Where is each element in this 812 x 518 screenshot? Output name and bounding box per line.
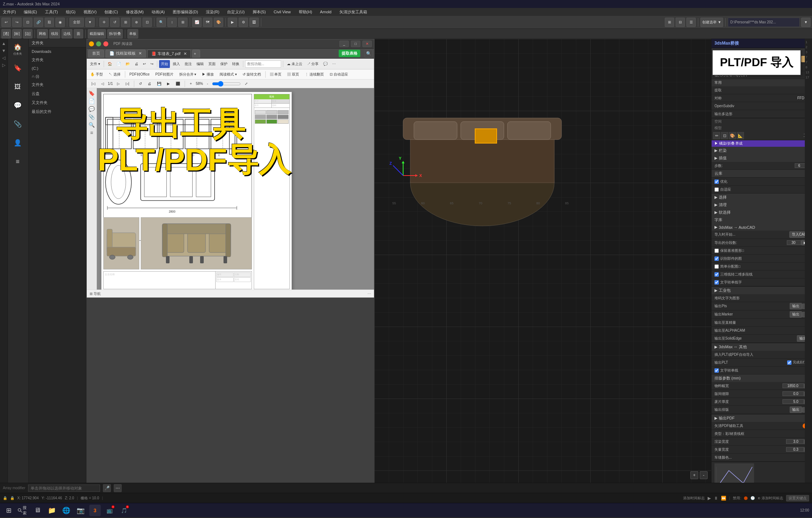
mirror-btn[interactable]: ↕ bbox=[167, 18, 177, 27]
redo-btn[interactable]: ↪ bbox=[12, 18, 22, 27]
play-btn2[interactable]: ▶ bbox=[165, 80, 172, 88]
browser-btn[interactable]: 🌐 bbox=[60, 505, 72, 516]
tab-pdf[interactable]: 📕 车缝表_7.pdf ✕ bbox=[147, 50, 191, 58]
zoom-out-btn[interactable]: - bbox=[205, 80, 210, 88]
text-single-checkbox[interactable] bbox=[714, 368, 719, 373]
sidebar-home[interactable]: 🏠 任务夹 bbox=[9, 40, 27, 58]
rotate-left-btn[interactable]: ↺ bbox=[137, 80, 144, 88]
menu-item[interactable]: 创建(C) bbox=[103, 9, 119, 15]
browse-path-btn[interactable]: ▼ bbox=[801, 18, 811, 27]
to-img-btn[interactable]: PDF转图片 bbox=[153, 71, 176, 78]
max-icon[interactable]: 3 bbox=[89, 505, 101, 516]
view-mode-trans[interactable]: [透] bbox=[1, 29, 11, 38]
sidebar-image[interactable]: 🖼 bbox=[9, 78, 27, 96]
pdf-panel-search[interactable]: 🔍 bbox=[89, 122, 95, 128]
snap-edge-btn[interactable]: 面 bbox=[74, 29, 83, 38]
file-item-c[interactable]: (C:) bbox=[29, 64, 86, 72]
file-item-i[interactable]: ∩ (i) bbox=[29, 72, 86, 80]
cloud-title[interactable]: 云库 bbox=[712, 170, 812, 177]
clear-title[interactable]: ▶ 清理 bbox=[712, 201, 812, 209]
share-btn[interactable]: ↗ 分享 bbox=[305, 60, 321, 68]
ss-arrow-l[interactable]: ◁ bbox=[1, 55, 7, 61]
transform-btn[interactable]: ⊕ bbox=[132, 18, 141, 27]
menu-item[interactable]: 帮助(H) bbox=[297, 9, 313, 15]
zoom-in-btn[interactable]: + bbox=[188, 80, 194, 88]
magnify-icon[interactable]: 🔍 bbox=[365, 50, 373, 58]
other-title[interactable]: ▶ 3dsMax ↔ 其他 bbox=[712, 343, 812, 351]
scale-btn[interactable]: ⊞ bbox=[121, 18, 130, 27]
vector-width-input[interactable] bbox=[786, 447, 804, 452]
font-lib-title[interactable]: 字库 bbox=[712, 216, 812, 224]
edit-tab[interactable]: 编辑 bbox=[195, 60, 206, 68]
maximize-btn[interactable] bbox=[96, 41, 101, 46]
cmd-input[interactable] bbox=[28, 485, 100, 492]
view-mode-edge[interactable]: [边] bbox=[23, 29, 32, 38]
pdf-panel-attach[interactable]: 📎 bbox=[89, 114, 95, 120]
link-btn[interactable]: 🔗 bbox=[34, 18, 43, 27]
double-page-btn[interactable]: ▥ 双页 bbox=[285, 71, 301, 78]
render-btn[interactable]: ▶ bbox=[228, 18, 237, 27]
nav-prev-first[interactable]: |◁ bbox=[90, 80, 97, 88]
material-btn[interactable]: 🎨 bbox=[214, 18, 223, 27]
nav-next-last[interactable]: ▷| bbox=[124, 80, 131, 88]
strech-title[interactable]: ▶ 栏染 bbox=[712, 147, 812, 154]
comment-tab[interactable]: 批注 bbox=[183, 60, 194, 68]
unlink-btn[interactable]: ⛓ bbox=[45, 18, 54, 27]
nav-prev[interactable]: ◁ bbox=[99, 80, 106, 88]
menu-item[interactable]: 组(G) bbox=[64, 9, 77, 15]
insert-title[interactable]: ▶ 插值 bbox=[712, 154, 812, 162]
menu-item[interactable]: 编辑(E) bbox=[22, 9, 39, 15]
play-status-btn[interactable]: ▶ bbox=[708, 496, 711, 501]
insert-tab[interactable]: 插入 bbox=[171, 60, 182, 68]
file-item-cloud[interactable]: 云盘 bbox=[29, 89, 86, 98]
open-btn[interactable]: 📂 bbox=[124, 60, 132, 68]
output-pts-btn[interactable]: 输出 bbox=[790, 303, 802, 309]
version-gap-input[interactable] bbox=[782, 391, 804, 396]
menu-item[interactable]: 文件(F) bbox=[1, 9, 17, 15]
pdf-panel-bookmark[interactable]: 🔖 bbox=[89, 90, 95, 96]
print-btn2[interactable]: 🖨 bbox=[146, 80, 153, 88]
keep-base-checkbox[interactable] bbox=[714, 249, 719, 253]
grid-toggle-btn[interactable]: 网格 bbox=[37, 29, 48, 38]
menu-item[interactable]: 渲染(R) bbox=[204, 9, 221, 15]
rp-icon3[interactable]: 🎨 bbox=[729, 132, 736, 139]
menu-item[interactable]: Civil View bbox=[272, 9, 292, 15]
material-width-input[interactable] bbox=[782, 383, 804, 388]
zoom-slider[interactable] bbox=[212, 81, 241, 87]
adaptive-checkbox[interactable] bbox=[714, 187, 719, 192]
select-title[interactable]: ▶ 选择 bbox=[712, 194, 812, 201]
nav-next[interactable]: ▷ bbox=[115, 80, 122, 88]
file-item-folder3[interactable]: 又文件夹 bbox=[29, 98, 86, 107]
zoom-in-vp-btn[interactable]: + bbox=[690, 471, 698, 479]
set-key-btn[interactable]: 设置关键点 bbox=[786, 495, 809, 501]
segments-input[interactable] bbox=[787, 240, 801, 245]
edit-mode-btn[interactable]: 截面编辑 bbox=[88, 29, 106, 38]
rp-pencil-icon[interactable]: ✏ bbox=[713, 132, 720, 139]
move-btn[interactable]: ✛ bbox=[99, 18, 109, 27]
ss-arrow-up[interactable]: ▲ bbox=[1, 40, 7, 47]
more-cmd-btn[interactable]: ⋯ bbox=[114, 484, 122, 492]
pdf-nav-icon[interactable]: ⊞ 导航 bbox=[90, 291, 101, 296]
ss-arrow-r[interactable]: ▷ bbox=[1, 62, 7, 68]
pdf-panel-layers[interactable]: ≡ bbox=[90, 130, 93, 136]
explorer-btn[interactable]: 📁 bbox=[46, 505, 58, 516]
menu-item[interactable]: 自定义(U) bbox=[226, 9, 246, 15]
simple-alloc-checkbox[interactable] bbox=[714, 264, 719, 269]
waste-thickness-input[interactable] bbox=[782, 399, 804, 404]
select-btn[interactable]: ⊡ bbox=[23, 18, 32, 27]
render-setup-btn[interactable]: ⚙ bbox=[239, 18, 248, 27]
zoom-out-vp-btn[interactable]: - bbox=[700, 471, 708, 479]
cloud-btn[interactable]: ☁ 未上云 bbox=[285, 60, 304, 68]
zoom-btn[interactable]: 🔍 bbox=[157, 18, 166, 27]
file-item-downloads[interactable]: Downloads bbox=[29, 47, 86, 55]
rotate-btn[interactable]: ↺ bbox=[110, 18, 119, 27]
tab-template[interactable]: 📄 找框架模板 ✕ bbox=[105, 50, 146, 58]
menu-item[interactable]: Arnold bbox=[319, 9, 333, 15]
to-office-btn[interactable]: PDF转Office bbox=[127, 71, 152, 78]
schematic-btn[interactable]: 🗺 bbox=[203, 18, 212, 27]
menu-item[interactable]: 修改器(M) bbox=[125, 9, 145, 15]
play-btn2[interactable]: ⏸ bbox=[714, 496, 718, 501]
graph-btn[interactable]: 📈 bbox=[192, 18, 202, 27]
tab-add[interactable]: + bbox=[192, 50, 200, 58]
stop-btn[interactable]: ⬛ bbox=[174, 80, 182, 88]
